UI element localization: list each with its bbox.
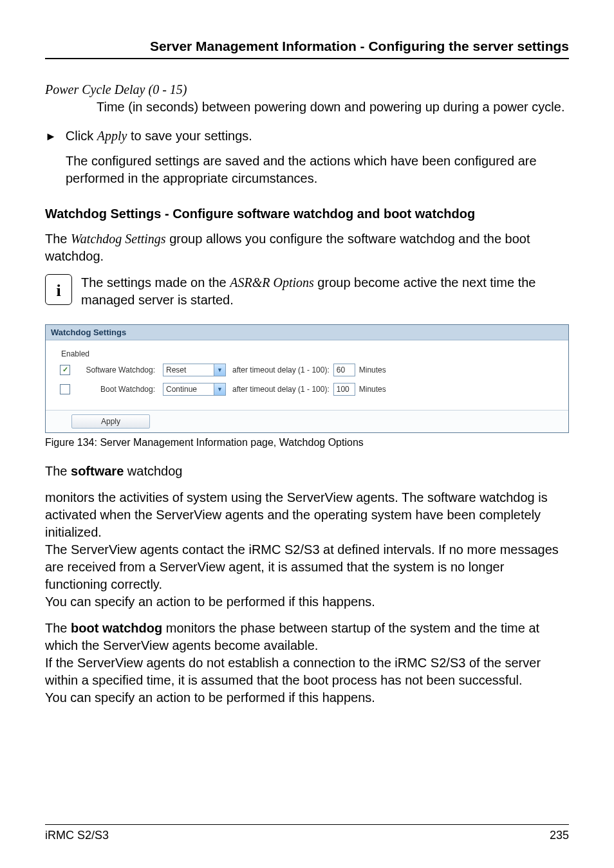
panel-body: Enabled ✓ Software Watchdog: Reset ▼ aft…: [46, 340, 568, 410]
power-cycle-body: Time (in seconds) between powering down …: [97, 98, 569, 116]
software-para-1: monitors the activities of system using …: [45, 489, 569, 541]
software-watchdog-action-select[interactable]: Reset ▼: [163, 364, 226, 376]
boot-watchdog-unit: Minutes: [359, 385, 386, 394]
software-para-2: The ServerView agents contact the iRMC S…: [45, 541, 569, 593]
software-watchdog-row: ✓ Software Watchdog: Reset ▼ after timeo…: [60, 364, 557, 376]
boot-watchdog-action-value: Continue: [163, 383, 214, 396]
boot-watchdog-row: Boot Watchdog: Continue ▼ after timeout …: [60, 383, 557, 396]
footer-right: 235: [550, 829, 569, 842]
apply-step: ► Click Apply to save your settings.: [45, 127, 569, 146]
watchdog-section-heading: Watchdog Settings - Configure software w…: [45, 207, 569, 221]
watchdog-settings-panel: Watchdog Settings Enabled ✓ Software Wat…: [45, 324, 569, 433]
bullet-marker-icon: ►: [45, 127, 57, 146]
chevron-down-icon[interactable]: ▼: [214, 364, 226, 376]
enabled-label: Enabled: [61, 349, 557, 358]
apply-step-text: Click Apply to save your settings.: [66, 127, 252, 145]
page-footer: iRMC S2/S3 235: [45, 824, 569, 842]
software-watchdog-delay-input[interactable]: 60: [333, 364, 355, 376]
panel-title: Watchdog Settings: [46, 325, 568, 340]
page-header: Server Management Information - Configur…: [45, 39, 569, 59]
software-watchdog-after-label: after timeout delay (1 - 100):: [232, 365, 330, 374]
watchdog-intro: The Watchdog Settings group allows you c…: [45, 230, 569, 265]
header-title: Server Management Information - Configur…: [150, 39, 569, 53]
footer-left: iRMC S2/S3: [45, 829, 109, 842]
boot-watchdog-label: Boot Watchdog:: [78, 385, 155, 394]
software-watchdog-checkbox[interactable]: ✓: [60, 365, 70, 375]
note: i The settings made on the ASR&R Options…: [45, 274, 569, 309]
apply-result: The configured settings are saved and th…: [66, 152, 569, 187]
note-text: The settings made on the ASR&R Options g…: [81, 274, 569, 309]
boot-watchdog-heading: The boot watchdog monitors the phase bet…: [45, 620, 569, 654]
software-watchdog-unit: Minutes: [359, 365, 386, 374]
software-para-3: You can specify an action to be performe…: [45, 593, 569, 611]
apply-button[interactable]: Apply: [71, 414, 150, 429]
panel-footer: Apply: [46, 410, 568, 432]
software-watchdog-label: Software Watchdog:: [78, 365, 155, 374]
chevron-down-icon[interactable]: ▼: [214, 383, 226, 396]
power-cycle-heading: Power Cycle Delay (0 - 15): [45, 82, 569, 97]
boot-watchdog-after-label: after timeout delay (1 - 100):: [232, 385, 330, 394]
software-watchdog-heading: The software watchdog: [45, 463, 569, 480]
boot-watchdog-delay-input[interactable]: 100: [333, 383, 355, 396]
boot-watchdog-checkbox[interactable]: [60, 384, 70, 394]
software-watchdog-action-value: Reset: [163, 364, 214, 376]
boot-para-3: You can specify an action to be performe…: [45, 689, 569, 706]
figure-caption: Figure 134: Server Management Informatio…: [45, 437, 569, 448]
boot-para-2: If the ServerView agents do not establis…: [45, 654, 569, 689]
boot-watchdog-action-select[interactable]: Continue ▼: [163, 383, 226, 396]
info-icon: i: [45, 274, 72, 305]
